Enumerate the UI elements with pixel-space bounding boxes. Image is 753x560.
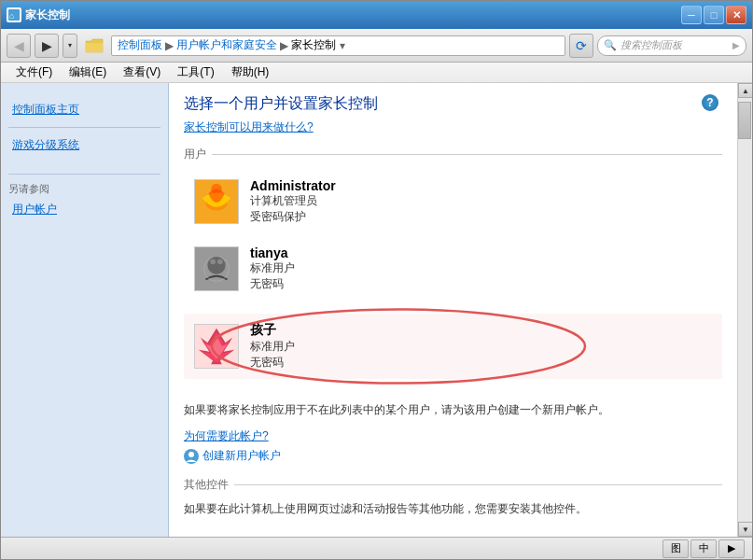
sidebar-also-see: 另请参阅 用户帐户 — [8, 174, 160, 219]
status-btn-1[interactable]: 图 — [662, 539, 689, 558]
user-list: Administrator 计算机管理员 受密码保护 — [184, 170, 722, 388]
nav-bar: ◀ ▶ ▾ 控制面板 ▶ 用户帐户和家庭安全 ▶ 家长控制 ▾ ⟳ 🔍 搜索控制… — [1, 29, 752, 63]
window-icon: ⌂ — [7, 7, 21, 22]
sidebar-divider-1 — [8, 127, 160, 128]
sidebar-also-see-label: 另请参阅 — [8, 182, 160, 196]
user-info-admin: Administrator 计算机管理员 受密码保护 — [250, 178, 336, 225]
status-buttons: 图 中 ▶ — [662, 539, 745, 558]
title-bar: ⌂ 家长控制 ─ □ ✕ — [1, 1, 752, 29]
svg-point-7 — [210, 259, 216, 264]
user-info-tianya: tianya 标准用户 无密码 — [250, 245, 295, 292]
sidebar-link-gamerating[interactable]: 游戏分级系统 — [8, 135, 160, 155]
sidebar: 控制面板主页 游戏分级系统 另请参阅 用户帐户 — [1, 83, 169, 537]
user-name-admin: Administrator — [250, 178, 336, 193]
menu-bar: 文件(F) 编辑(E) 查看(V) 工具(T) 帮助(H) — [1, 63, 752, 83]
minimize-button[interactable]: ─ — [681, 6, 702, 24]
user-pwd-child: 无密码 — [250, 355, 295, 371]
user-name-tianya: tianya — [250, 245, 295, 260]
menu-help[interactable]: 帮助(H) — [224, 63, 277, 81]
sidebar-link-useraccount[interactable]: 用户帐户 — [8, 200, 160, 219]
menu-view[interactable]: 查看(V) — [116, 63, 168, 81]
user-info-child: 孩子 标准用户 无密码 — [250, 322, 295, 371]
user-item-child[interactable]: 孩子 标准用户 无密码 — [184, 314, 722, 379]
user-role-admin: 计算机管理员 — [250, 193, 336, 209]
subtitle-link[interactable]: 家长控制可以用来做什么? — [184, 119, 722, 135]
other-controls-section: 其他控件 如果要在此计算机上使用网页过滤和活动报告等其他功能，您需要安装其他控件… — [184, 477, 722, 518]
users-section-label: 用户 — [184, 147, 722, 162]
help-icon[interactable]: ? — [702, 94, 718, 111]
status-btn-2[interactable]: 中 — [690, 539, 717, 558]
scroll-track — [738, 98, 752, 522]
svg-point-6 — [207, 257, 225, 274]
maximize-button[interactable]: □ — [704, 6, 724, 24]
create-account-label: 创建新用户帐户 — [202, 448, 281, 464]
search-icon: 🔍 — [604, 39, 617, 51]
menu-tools[interactable]: 工具(T) — [170, 63, 221, 81]
content-area: ? 选择一个用户并设置家长控制 家长控制可以用来做什么? 用户 — [169, 83, 737, 537]
help-text: 如果要将家长控制应用于不在此列表中的某个用户，请为该用户创建一个新用户帐户。 — [184, 401, 722, 419]
search-submit-icon[interactable]: ▶ — [732, 40, 740, 50]
user-item-administrator[interactable]: Administrator 计算机管理员 受密码保护 — [184, 170, 722, 233]
back-button[interactable]: ◀ — [7, 34, 31, 58]
title-bar-buttons: ─ □ ✕ — [681, 6, 746, 24]
user-name-child: 孩子 — [250, 322, 295, 339]
status-btn-3[interactable]: ▶ — [718, 539, 745, 558]
breadcrumb-current: 家长控制 — [291, 37, 336, 53]
menu-file[interactable]: 文件(F) — [8, 63, 60, 81]
sidebar-divider-2 — [8, 174, 160, 175]
close-button[interactable]: ✕ — [726, 6, 746, 24]
page-title: 选择一个用户并设置家长控制 — [184, 94, 722, 114]
breadcrumb: 控制面板 ▶ 用户帐户和家庭安全 ▶ 家长控制 ▾ — [111, 35, 565, 56]
scroll-thumb[interactable] — [738, 102, 751, 139]
window-title: 家长控制 — [25, 7, 70, 23]
main-area: 控制面板主页 游戏分级系统 另请参阅 用户帐户 ? 选择一个用户并设置家长控制 … — [1, 83, 752, 537]
scrollbar: ▲ ▼ — [737, 83, 752, 537]
menu-edit[interactable]: 编辑(E) — [62, 63, 114, 81]
create-user-icon — [184, 449, 199, 464]
scroll-down-button[interactable]: ▼ — [738, 522, 752, 537]
refresh-button[interactable]: ⟳ — [569, 34, 593, 58]
forward-button[interactable]: ▶ — [35, 34, 59, 58]
user-avatar-tianya — [194, 246, 239, 291]
other-controls-label: 其他控件 — [184, 477, 722, 493]
user-pwd-admin: 受密码保护 — [250, 209, 336, 225]
breadcrumb-controlpanel[interactable]: 控制面板 — [118, 37, 162, 53]
user-avatar-child — [194, 324, 239, 369]
breadcrumb-useraccount[interactable]: 用户帐户和家庭安全 — [176, 37, 277, 53]
history-dropdown[interactable]: ▾ — [63, 34, 77, 58]
sidebar-link-controlpanel[interactable]: 控制面板主页 — [8, 100, 160, 119]
create-account-link[interactable]: 创建新用户帐户 — [184, 448, 722, 464]
svg-point-8 — [217, 259, 223, 264]
search-bar: 🔍 搜索控制面板 ▶ — [597, 35, 746, 56]
status-bar: 图 中 ▶ — [1, 537, 752, 559]
svg-text:⌂: ⌂ — [9, 11, 14, 21]
search-input[interactable]: 搜索控制面板 — [621, 38, 729, 52]
user-pwd-tianya: 无密码 — [250, 276, 295, 292]
title-bar-left: ⌂ 家长控制 — [7, 7, 70, 23]
user-item-tianya[interactable]: tianya 标准用户 无密码 — [184, 237, 722, 301]
other-controls-text: 如果要在此计算机上使用网页过滤和活动报告等其他功能，您需要安装其他控件。 — [184, 500, 722, 518]
user-role-tianya: 标准用户 — [250, 260, 295, 276]
user-role-child: 标准用户 — [250, 339, 295, 355]
why-account-link[interactable]: 为何需要此帐户? — [184, 428, 722, 444]
folder-icon — [85, 37, 104, 54]
user-avatar-admin — [194, 179, 239, 224]
user-item-wrapper-child: 孩子 标准用户 无密码 — [184, 304, 722, 388]
svg-point-12 — [188, 452, 194, 457]
scroll-up-button[interactable]: ▲ — [738, 83, 752, 98]
window: ⌂ 家长控制 ─ □ ✕ ◀ ▶ ▾ 控制面板 ▶ 用户帐户和家庭安全 ▶ 家长… — [0, 0, 753, 560]
